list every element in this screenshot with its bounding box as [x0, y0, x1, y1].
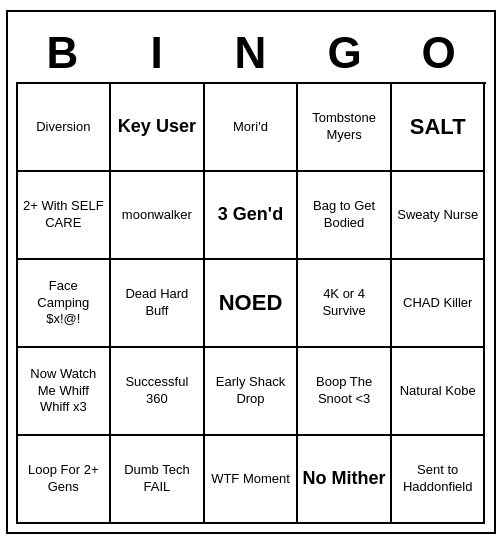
- bingo-grid: DiversionKey UserMori'dTombstone MyersSA…: [16, 82, 486, 524]
- bingo-cell-14[interactable]: CHAD Killer: [392, 260, 486, 348]
- bingo-cell-10[interactable]: Face Camping $x!@!: [18, 260, 112, 348]
- bingo-cell-0[interactable]: Diversion: [18, 84, 112, 172]
- bingo-cell-19[interactable]: Natural Kobe: [392, 348, 486, 436]
- bingo-cell-13[interactable]: 4K or 4 Survive: [298, 260, 392, 348]
- bingo-cell-11[interactable]: Dead Hard Buff: [111, 260, 205, 348]
- bingo-header: B I N G O: [16, 20, 486, 82]
- bingo-cell-12[interactable]: NOED: [205, 260, 299, 348]
- bingo-cell-23[interactable]: No Mither: [298, 436, 392, 524]
- bingo-cell-17[interactable]: Early Shack Drop: [205, 348, 299, 436]
- header-g: G: [301, 28, 389, 78]
- bingo-cell-22[interactable]: WTF Moment: [205, 436, 299, 524]
- bingo-cell-7[interactable]: 3 Gen'd: [205, 172, 299, 260]
- bingo-cell-4[interactable]: SALT: [392, 84, 486, 172]
- bingo-cell-18[interactable]: Boop The Snoot <3: [298, 348, 392, 436]
- bingo-cell-9[interactable]: Sweaty Nurse: [392, 172, 486, 260]
- bingo-cell-15[interactable]: Now Watch Me Whiff Whiff x3: [18, 348, 112, 436]
- bingo-cell-24[interactable]: Sent to Haddonfield: [392, 436, 486, 524]
- bingo-cell-1[interactable]: Key User: [111, 84, 205, 172]
- bingo-cell-5[interactable]: 2+ With SELF CARE: [18, 172, 112, 260]
- header-o: O: [395, 28, 483, 78]
- header-i: I: [113, 28, 201, 78]
- bingo-cell-8[interactable]: Bag to Get Bodied: [298, 172, 392, 260]
- bingo-cell-3[interactable]: Tombstone Myers: [298, 84, 392, 172]
- header-n: N: [207, 28, 295, 78]
- bingo-card: B I N G O DiversionKey UserMori'dTombsto…: [6, 10, 496, 534]
- bingo-cell-20[interactable]: Loop For 2+ Gens: [18, 436, 112, 524]
- bingo-cell-2[interactable]: Mori'd: [205, 84, 299, 172]
- bingo-cell-21[interactable]: Dumb Tech FAIL: [111, 436, 205, 524]
- header-b: B: [19, 28, 107, 78]
- bingo-cell-16[interactable]: Successful 360: [111, 348, 205, 436]
- bingo-cell-6[interactable]: moonwalker: [111, 172, 205, 260]
